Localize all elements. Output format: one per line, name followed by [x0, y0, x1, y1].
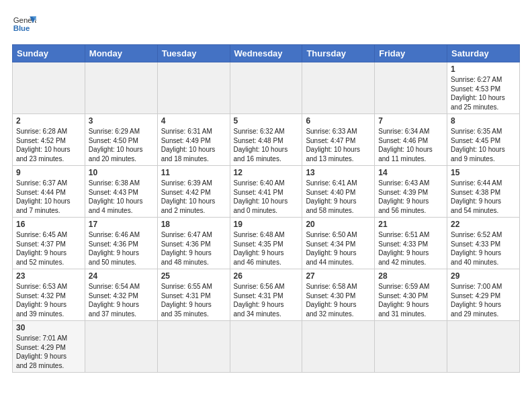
day-info: Sunrise: 6:29 AM Sunset: 4:50 PM Dayligh… — [89, 127, 154, 163]
calendar-day: 25Sunrise: 6:55 AM Sunset: 4:31 PM Dayli… — [157, 269, 230, 321]
day-info: Sunrise: 6:28 AM Sunset: 4:52 PM Dayligh… — [16, 127, 81, 163]
col-header-saturday: Saturday — [447, 45, 520, 62]
calendar-day: 28Sunrise: 6:59 AM Sunset: 4:30 PM Dayli… — [375, 269, 447, 321]
day-number: 27 — [306, 271, 371, 281]
day-info: Sunrise: 6:33 AM Sunset: 4:47 PM Dayligh… — [306, 127, 371, 163]
calendar-day: 15Sunrise: 6:44 AM Sunset: 4:38 PM Dayli… — [447, 166, 520, 218]
day-number: 4 — [161, 116, 226, 126]
svg-text:Blue: Blue — [13, 24, 30, 32]
calendar-day — [375, 321, 447, 373]
day-info: Sunrise: 6:41 AM Sunset: 4:40 PM Dayligh… — [306, 179, 371, 215]
day-info: Sunrise: 6:37 AM Sunset: 4:44 PM Dayligh… — [16, 179, 81, 215]
day-number: 2 — [16, 116, 81, 126]
calendar-table: SundayMondayTuesdayWednesdayThursdayFrid… — [12, 44, 520, 373]
day-number: 3 — [89, 116, 154, 126]
day-info: Sunrise: 6:38 AM Sunset: 4:43 PM Dayligh… — [89, 179, 154, 215]
calendar-day: 14Sunrise: 6:43 AM Sunset: 4:39 PM Dayli… — [375, 166, 447, 218]
day-info: Sunrise: 6:54 AM Sunset: 4:32 PM Dayligh… — [89, 282, 154, 318]
day-info: Sunrise: 6:39 AM Sunset: 4:42 PM Dayligh… — [161, 179, 226, 215]
calendar-day: 12Sunrise: 6:40 AM Sunset: 4:41 PM Dayli… — [230, 166, 302, 218]
calendar-day: 5Sunrise: 6:32 AM Sunset: 4:48 PM Daylig… — [230, 114, 302, 166]
calendar-day: 18Sunrise: 6:47 AM Sunset: 4:36 PM Dayli… — [157, 218, 230, 269]
calendar-day: 9Sunrise: 6:37 AM Sunset: 4:44 PM Daylig… — [13, 166, 85, 218]
col-header-sunday: Sunday — [13, 45, 85, 62]
calendar-day: 23Sunrise: 6:53 AM Sunset: 4:32 PM Dayli… — [13, 269, 85, 321]
calendar-week-2: 2Sunrise: 6:28 AM Sunset: 4:52 PM Daylig… — [13, 114, 520, 166]
calendar-day — [13, 62, 85, 114]
day-info: Sunrise: 6:52 AM Sunset: 4:33 PM Dayligh… — [451, 230, 516, 267]
day-info: Sunrise: 6:35 AM Sunset: 4:45 PM Dayligh… — [451, 127, 516, 163]
day-info: Sunrise: 6:46 AM Sunset: 4:36 PM Dayligh… — [89, 230, 154, 267]
calendar-day — [157, 321, 230, 373]
calendar-day: 20Sunrise: 6:50 AM Sunset: 4:34 PM Dayli… — [302, 218, 375, 269]
calendar-day: 22Sunrise: 6:52 AM Sunset: 4:33 PM Dayli… — [447, 218, 520, 269]
day-number: 21 — [378, 220, 443, 229]
day-number: 12 — [234, 168, 299, 177]
day-number: 30 — [16, 323, 81, 332]
day-number: 17 — [89, 220, 154, 229]
calendar-day — [157, 62, 230, 114]
day-number: 15 — [451, 168, 516, 177]
calendar-day: 19Sunrise: 6:48 AM Sunset: 4:35 PM Dayli… — [230, 218, 302, 269]
day-number: 16 — [16, 220, 81, 229]
day-number: 26 — [234, 271, 299, 281]
calendar-day — [302, 321, 375, 373]
day-number: 25 — [161, 271, 226, 281]
day-info: Sunrise: 6:34 AM Sunset: 4:46 PM Dayligh… — [378, 127, 443, 163]
day-info: Sunrise: 6:27 AM Sunset: 4:53 PM Dayligh… — [451, 75, 516, 111]
day-info: Sunrise: 6:55 AM Sunset: 4:31 PM Dayligh… — [161, 282, 226, 318]
day-number: 11 — [161, 168, 226, 177]
day-number: 18 — [161, 220, 226, 229]
day-info: Sunrise: 6:32 AM Sunset: 4:48 PM Dayligh… — [234, 127, 299, 163]
calendar-day — [375, 62, 447, 114]
day-number: 20 — [306, 220, 371, 229]
header: General Blue — [12, 12, 520, 36]
day-info: Sunrise: 6:58 AM Sunset: 4:30 PM Dayligh… — [306, 282, 371, 318]
calendar-day: 8Sunrise: 6:35 AM Sunset: 4:45 PM Daylig… — [447, 114, 520, 166]
col-header-friday: Friday — [375, 45, 447, 62]
calendar-day: 26Sunrise: 6:56 AM Sunset: 4:31 PM Dayli… — [230, 269, 302, 321]
day-info: Sunrise: 6:48 AM Sunset: 4:35 PM Dayligh… — [234, 230, 299, 267]
day-info: Sunrise: 6:53 AM Sunset: 4:32 PM Dayligh… — [16, 282, 81, 318]
calendar-week-3: 9Sunrise: 6:37 AM Sunset: 4:44 PM Daylig… — [13, 166, 520, 218]
calendar-day: 2Sunrise: 6:28 AM Sunset: 4:52 PM Daylig… — [13, 114, 85, 166]
calendar-day: 17Sunrise: 6:46 AM Sunset: 4:36 PM Dayli… — [85, 218, 157, 269]
day-number: 8 — [451, 116, 516, 126]
day-number: 29 — [451, 271, 516, 281]
calendar-header-row: SundayMondayTuesdayWednesdayThursdayFrid… — [13, 45, 520, 62]
day-info: Sunrise: 6:45 AM Sunset: 4:37 PM Dayligh… — [16, 230, 81, 267]
calendar-day: 1Sunrise: 6:27 AM Sunset: 4:53 PM Daylig… — [447, 62, 520, 114]
calendar-day — [85, 62, 157, 114]
calendar-week-1: 1Sunrise: 6:27 AM Sunset: 4:53 PM Daylig… — [13, 62, 520, 114]
col-header-wednesday: Wednesday — [230, 45, 302, 62]
calendar-day — [447, 321, 520, 373]
day-number: 14 — [378, 168, 443, 177]
day-info: Sunrise: 7:01 AM Sunset: 4:29 PM Dayligh… — [16, 334, 81, 370]
day-info: Sunrise: 6:44 AM Sunset: 4:38 PM Dayligh… — [451, 179, 516, 215]
day-number: 19 — [234, 220, 299, 229]
col-header-thursday: Thursday — [302, 45, 375, 62]
calendar-day: 10Sunrise: 6:38 AM Sunset: 4:43 PM Dayli… — [85, 166, 157, 218]
day-info: Sunrise: 6:56 AM Sunset: 4:31 PM Dayligh… — [234, 282, 299, 318]
day-info: Sunrise: 6:59 AM Sunset: 4:30 PM Dayligh… — [378, 282, 443, 318]
day-info: Sunrise: 7:00 AM Sunset: 4:29 PM Dayligh… — [451, 282, 516, 318]
calendar-week-6: 30Sunrise: 7:01 AM Sunset: 4:29 PM Dayli… — [13, 321, 520, 373]
calendar-week-4: 16Sunrise: 6:45 AM Sunset: 4:37 PM Dayli… — [13, 218, 520, 269]
calendar-day: 7Sunrise: 6:34 AM Sunset: 4:46 PM Daylig… — [375, 114, 447, 166]
logo: General Blue — [12, 12, 36, 36]
day-number: 7 — [378, 116, 443, 126]
calendar-day — [85, 321, 157, 373]
calendar-day: 16Sunrise: 6:45 AM Sunset: 4:37 PM Dayli… — [13, 218, 85, 269]
day-info: Sunrise: 6:47 AM Sunset: 4:36 PM Dayligh… — [161, 230, 226, 267]
day-number: 9 — [16, 168, 81, 177]
day-number: 6 — [306, 116, 371, 126]
col-header-monday: Monday — [85, 45, 157, 62]
calendar-day: 24Sunrise: 6:54 AM Sunset: 4:32 PM Dayli… — [85, 269, 157, 321]
calendar-week-5: 23Sunrise: 6:53 AM Sunset: 4:32 PM Dayli… — [13, 269, 520, 321]
day-info: Sunrise: 6:43 AM Sunset: 4:39 PM Dayligh… — [378, 179, 443, 215]
day-number: 10 — [89, 168, 154, 177]
day-number: 23 — [16, 271, 81, 281]
calendar-day — [302, 62, 375, 114]
calendar-day: 30Sunrise: 7:01 AM Sunset: 4:29 PM Dayli… — [13, 321, 85, 373]
day-number: 22 — [451, 220, 516, 229]
